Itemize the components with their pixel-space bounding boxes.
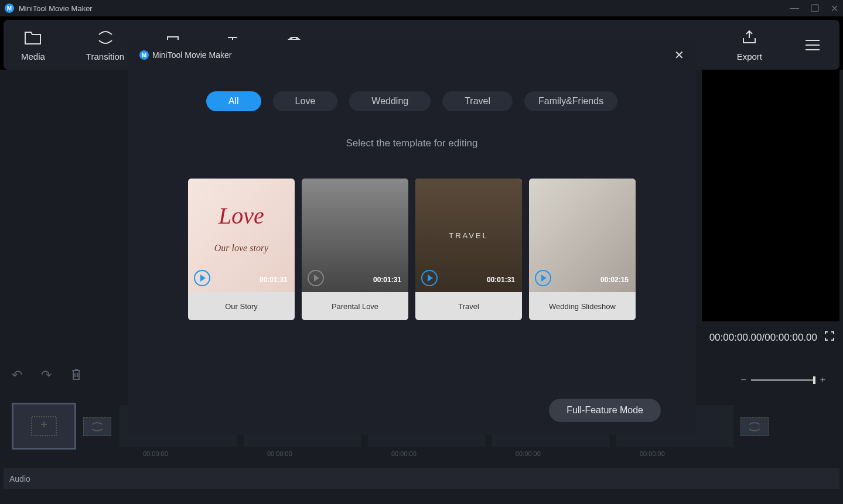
modal-logo-icon: M <box>139 50 149 60</box>
transition-slot[interactable] <box>740 417 769 436</box>
preview-timecode-row: 00:00:00.00/00:00:00.00 <box>702 331 839 344</box>
template-duration: 00:02:15 <box>600 276 629 284</box>
preview-panel <box>702 70 839 321</box>
toolbar-export[interactable]: Export <box>737 28 762 61</box>
undo-icon[interactable]: ↶ <box>12 368 22 384</box>
toolbar-export-label: Export <box>737 52 762 61</box>
titlebar: M MiniTool Movie Maker — ❐ ✕ <box>0 0 843 16</box>
template-duration: 00:01:31 <box>373 276 401 284</box>
template-card-our-story[interactable]: Love Our love story 00:01:31 Our Story <box>188 179 295 320</box>
template-grid: Love Our love story 00:01:31 Our Story 0… <box>139 179 684 320</box>
fullscreen-icon[interactable] <box>824 331 835 344</box>
toolbar-media[interactable]: Media <box>21 28 45 61</box>
export-icon <box>740 28 759 47</box>
template-card-wedding[interactable]: 00:02:15 Wedding Slideshow <box>529 179 636 320</box>
filter-family[interactable]: Family&Friends <box>524 91 617 111</box>
template-name: Parental Love <box>302 292 408 320</box>
template-modal: M MiniTool Movie Maker ✕ All Love Weddin… <box>128 40 696 435</box>
zoom-out-icon[interactable]: − <box>740 375 746 385</box>
template-duration: 00:01:31 <box>487 276 515 284</box>
template-name: Our Story <box>188 292 295 320</box>
toolbar-menu[interactable] <box>803 36 822 54</box>
app-title: MiniTool Movie Maker <box>19 4 790 13</box>
hamburger-icon <box>803 36 822 54</box>
toolbar-media-label: Media <box>21 52 45 61</box>
zoom-slider[interactable] <box>751 379 815 381</box>
window-minimize-icon[interactable]: — <box>790 3 799 14</box>
toolbar-transition[interactable]: Transition <box>86 28 124 61</box>
timeline-tools: ↶ ↷ <box>12 368 82 384</box>
filter-wedding[interactable]: Wedding <box>349 91 431 111</box>
template-duration: 00:01:31 <box>260 276 288 284</box>
window-maximize-icon[interactable]: ❐ <box>811 3 819 14</box>
app-logo-icon: M <box>5 4 14 13</box>
template-card-parental-love[interactable]: 00:01:31 Parental Love <box>302 179 408 320</box>
audio-track-label[interactable]: Audio <box>4 468 839 489</box>
window-close-icon[interactable]: ✕ <box>831 3 838 14</box>
modal-title: MiniTool Movie Maker <box>152 50 231 60</box>
template-thumb: 00:01:31 <box>302 179 408 292</box>
transition-slot[interactable] <box>83 417 111 436</box>
redo-icon[interactable]: ↷ <box>41 368 52 384</box>
folder-icon <box>23 28 42 47</box>
filter-love[interactable]: Love <box>273 91 338 111</box>
zoom-control[interactable]: − + <box>740 375 825 385</box>
play-icon[interactable] <box>194 270 210 286</box>
toolbar-transition-label: Transition <box>86 52 124 61</box>
template-name: Wedding Slideshow <box>529 292 636 320</box>
template-card-travel[interactable]: TRAVEL 00:01:31 Travel <box>415 179 522 320</box>
modal-subtitle: Select the template for editing <box>139 138 684 149</box>
timeline-clip-placeholder[interactable] <box>12 403 76 450</box>
full-feature-mode-button[interactable]: Full-Feature Mode <box>549 399 661 422</box>
preview-timecode: 00:00:00.00/00:00:00.00 <box>709 332 817 344</box>
play-icon[interactable] <box>421 270 438 286</box>
template-name: Travel <box>415 292 522 320</box>
delete-icon[interactable] <box>70 368 82 384</box>
play-icon[interactable] <box>535 270 551 286</box>
modal-header: M MiniTool Movie Maker ✕ <box>139 48 684 62</box>
filter-all[interactable]: All <box>206 91 261 111</box>
modal-close-button[interactable]: ✕ <box>674 48 684 62</box>
template-filter-row: All Love Wedding Travel Family&Friends <box>139 91 684 111</box>
play-icon[interactable] <box>308 270 324 286</box>
template-thumb: Love Our love story 00:01:31 <box>188 179 295 292</box>
template-thumb: TRAVEL 00:01:31 <box>415 179 522 292</box>
template-thumb: 00:02:15 <box>529 179 636 292</box>
zoom-in-icon[interactable]: + <box>820 375 825 385</box>
transition-icon <box>96 28 115 47</box>
filter-travel[interactable]: Travel <box>442 91 513 111</box>
